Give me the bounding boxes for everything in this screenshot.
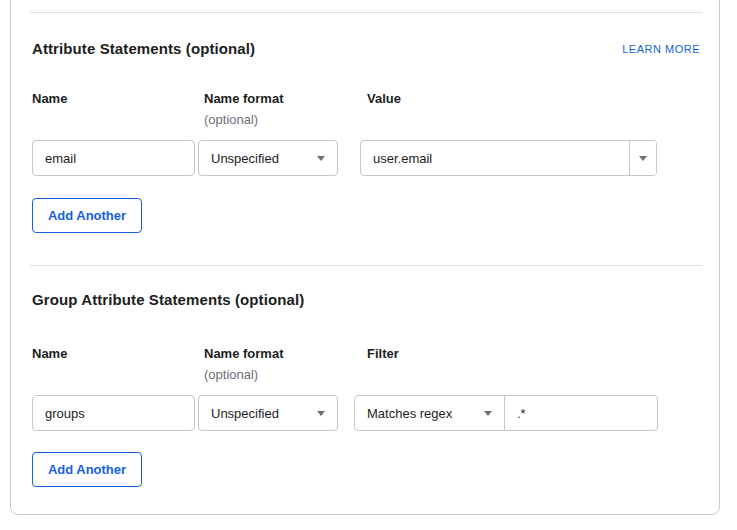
column-label-value: Value [367,91,401,106]
column-label-filter: Filter [367,346,399,361]
column-label-name-format: Name format [204,346,283,361]
add-another-attribute-button[interactable]: Add Another [32,198,142,233]
group-filter-combo: Matches regex [354,395,658,431]
group-filter-value-input[interactable] [505,396,657,430]
attribute-value-dropdown-button[interactable] [629,141,656,175]
column-label-name-format: Name format [204,91,283,106]
attribute-name-input[interactable] [32,140,195,176]
column-label-name: Name [32,346,67,361]
chevron-down-icon [484,411,492,416]
group-filter-operator-select[interactable]: Matches regex [355,396,505,430]
form-card [10,0,720,515]
top-divider [30,12,702,13]
column-label-name: Name [32,91,67,106]
group-attribute-name-format-select[interactable]: Unspecified [198,395,338,431]
chevron-down-icon [639,156,647,161]
chevron-down-icon [317,411,325,416]
group-attribute-statements-heading: Group Attribute Statements (optional) [32,291,304,308]
attribute-statements-heading: Attribute Statements (optional) [32,40,255,57]
column-note-optional: (optional) [204,112,258,127]
attribute-value-input[interactable] [361,141,629,175]
section-divider [30,265,702,266]
attribute-name-format-select[interactable]: Unspecified [198,140,338,176]
learn-more-link[interactable]: LEARN MORE [622,43,700,55]
add-another-group-attribute-button[interactable]: Add Another [32,452,142,487]
group-attribute-name-format-value: Unspecified [211,406,279,421]
group-attribute-name-input[interactable] [32,395,195,431]
chevron-down-icon [317,156,325,161]
attribute-name-format-value: Unspecified [211,151,279,166]
attribute-value-combo [360,140,657,176]
column-note-optional: (optional) [204,367,258,382]
group-filter-operator-value: Matches regex [367,406,452,421]
